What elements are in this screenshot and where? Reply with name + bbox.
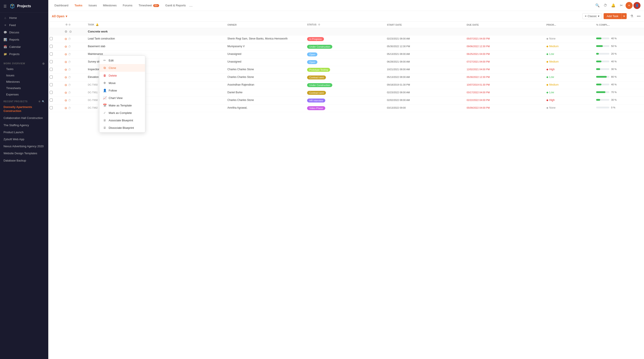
task-status-icon[interactable]: ⊖ xyxy=(64,45,67,48)
task-timer-icon[interactable]: ⏱ xyxy=(68,76,71,79)
sidebar-item-timesheets[interactable]: Timesheets xyxy=(0,85,48,91)
recent-project-staffing[interactable]: The Staffing Agency xyxy=(0,122,48,129)
task-status-cell[interactable]: Video Phase xyxy=(305,104,384,112)
task-status-cell[interactable]: Under Construction xyxy=(305,82,384,89)
task-timer-icon[interactable]: ⏱ xyxy=(68,91,71,94)
context-menu-complete[interactable]: ✓ Mark as Complete xyxy=(100,109,145,116)
task-status-cell[interactable]: Contract sent xyxy=(305,89,384,97)
status-badge[interactable]: In Progress xyxy=(307,37,324,41)
sidebar-item-discuss[interactable]: 💬 Discuss xyxy=(0,29,48,36)
task-timer-icon[interactable]: ⏱ xyxy=(68,68,71,71)
recent-project-collab[interactable]: Collaboration Hall Construction xyxy=(0,114,48,122)
status-badge[interactable]: Prototype Testing xyxy=(307,68,330,72)
context-menu-follow[interactable]: 👤 Follow xyxy=(100,87,145,94)
filter-icon-button[interactable]: ⚗ xyxy=(628,13,635,19)
row-checkbox[interactable] xyxy=(50,106,53,109)
context-menu-chart[interactable]: 📈 Chart View xyxy=(100,94,145,102)
recent-project-webdesign[interactable]: Website Design Templates xyxy=(0,150,48,157)
row-checkbox[interactable] xyxy=(50,45,53,48)
task-status-icon[interactable]: ⊖ xyxy=(64,60,67,64)
plus-button[interactable]: + xyxy=(626,2,632,9)
user-avatar[interactable]: 👤 xyxy=(634,2,640,9)
task-timer-icon[interactable]: ⏱ xyxy=(68,106,71,110)
recent-project-nexus[interactable]: Nexus Advertising Agency 2020 xyxy=(0,143,48,150)
th-status-settings-icon[interactable]: ⚙ xyxy=(318,23,320,26)
sidebar-item-milestones[interactable]: Milestones xyxy=(0,78,48,85)
task-timer-icon[interactable]: ⏱ xyxy=(68,37,71,40)
row-checkbox[interactable] xyxy=(50,68,53,71)
task-status-icon[interactable]: ⊖ xyxy=(64,106,67,110)
sidebar-item-tasks[interactable]: Tasks xyxy=(0,66,48,72)
add-task-button[interactable]: Add Task xyxy=(604,13,622,19)
sidebar-item-calendar[interactable]: 📅 Calendar xyxy=(0,43,48,50)
sidebar-item-issues[interactable]: Issues xyxy=(0,72,48,78)
task-status-cell[interactable]: HR interview xyxy=(305,97,384,104)
search-icon[interactable]: 🔍 xyxy=(42,100,45,103)
search-button[interactable]: 🔍 xyxy=(594,2,601,9)
context-menu-blueprint-dissoc[interactable]: 🖥 Dissociate Blueprint xyxy=(100,124,145,132)
task-status-icon[interactable]: ⊖ xyxy=(64,91,67,94)
status-badge[interactable]: Open xyxy=(307,60,318,64)
context-menu-blueprint-assoc[interactable]: 🖥 Associate Blueprint xyxy=(100,116,145,124)
sidebar-item-projects[interactable]: 📁 Projects xyxy=(0,50,48,58)
nav-timesheet[interactable]: Timesheet 99+ xyxy=(136,2,162,8)
nav-tasks[interactable]: Tasks xyxy=(72,2,85,8)
task-status-icon[interactable]: ⊖ xyxy=(64,98,67,102)
task-status-icon[interactable]: ⊖ xyxy=(64,68,67,71)
row-checkbox[interactable] xyxy=(50,76,53,78)
filter-dropdown-button[interactable]: All Open ▾ xyxy=(52,14,67,18)
task-status-cell[interactable]: Open xyxy=(305,51,384,58)
sidebar-item-home[interactable]: ⌂ Home xyxy=(0,14,48,22)
table-settings-icon[interactable]: ⚙ xyxy=(66,23,68,26)
task-status-icon[interactable]: ⊖ xyxy=(64,37,67,40)
status-badge[interactable]: Open xyxy=(307,52,318,56)
task-timer-icon[interactable]: ⏱ xyxy=(68,84,71,87)
table-collapse-icon[interactable]: ⊙ xyxy=(68,23,70,26)
sidebar-item-expenses[interactable]: Expenses xyxy=(0,91,48,98)
row-checkbox[interactable] xyxy=(50,98,53,102)
context-menu-delete[interactable]: 🗑 Delete xyxy=(100,72,145,79)
recent-project-donnelly[interactable]: Donnelly Apartments Construction xyxy=(0,104,48,114)
nav-forums[interactable]: Forums xyxy=(120,2,135,8)
row-checkbox[interactable] xyxy=(50,52,53,56)
filter-icon[interactable]: ⚙ xyxy=(38,100,40,103)
status-badge[interactable]: Contract sent xyxy=(307,91,326,95)
task-status-icon[interactable]: ⊖ xyxy=(64,76,67,79)
group-settings-icon[interactable]: ⚙ xyxy=(64,30,68,33)
row-checkbox[interactable] xyxy=(50,83,53,86)
nav-more[interactable]: ... xyxy=(189,3,192,8)
context-menu-edit[interactable]: ✏ Edit xyxy=(100,56,145,64)
add-task-caret-button[interactable]: ▾ xyxy=(622,13,627,19)
status-badge[interactable]: Contract sent xyxy=(307,76,326,80)
view-selector[interactable]: ≡ Classic ▾ xyxy=(582,13,602,19)
nav-dashboard[interactable]: Dashboard xyxy=(52,2,71,8)
bell-button[interactable]: 🔔 xyxy=(610,2,617,9)
recent-project-zylsoft[interactable]: Zylsoft Web App xyxy=(0,136,48,143)
recent-project-product[interactable]: Product Launch xyxy=(0,129,48,136)
task-status-cell[interactable]: Open xyxy=(305,58,384,66)
toolbar-more-button[interactable]: ••• xyxy=(637,14,640,18)
context-menu-clone[interactable]: ⧉ Clone xyxy=(100,64,145,72)
task-timer-icon[interactable]: ⏱ xyxy=(68,60,71,64)
status-badge[interactable]: Video Phase xyxy=(307,106,325,110)
task-timer-icon[interactable]: ⏱ xyxy=(68,53,71,56)
task-status-icon[interactable]: ⊖ xyxy=(64,52,67,56)
nav-gantt[interactable]: Gantt & Reports xyxy=(163,2,188,8)
row-checkbox[interactable] xyxy=(50,37,53,40)
nav-milestones[interactable]: Milestones xyxy=(100,2,119,8)
add-task-button-group[interactable]: Add Task ▾ xyxy=(604,13,627,19)
group-collapse-icon[interactable]: ⊙ xyxy=(69,30,72,33)
context-menu-template[interactable]: 📅 Make as Template xyxy=(100,102,145,109)
task-status-icon[interactable]: ⊖ xyxy=(64,83,67,87)
status-badge[interactable]: Under Construction xyxy=(307,45,332,49)
task-timer-icon[interactable]: ⏱ xyxy=(68,99,71,102)
task-timer-icon[interactable]: ⏱ xyxy=(68,45,71,48)
status-badge[interactable]: Under Construction xyxy=(307,83,332,87)
recent-project-database[interactable]: Database Backup xyxy=(0,157,48,164)
context-menu-move[interactable]: ✥ Move xyxy=(100,79,145,87)
sidebar-item-reports[interactable]: 📊 Reports xyxy=(0,36,48,43)
hamburger-icon[interactable]: ☰ xyxy=(4,4,6,8)
nav-issues[interactable]: Issues xyxy=(86,2,100,8)
row-checkbox[interactable] xyxy=(50,91,53,94)
task-status-cell[interactable]: Under Construction xyxy=(305,43,384,51)
